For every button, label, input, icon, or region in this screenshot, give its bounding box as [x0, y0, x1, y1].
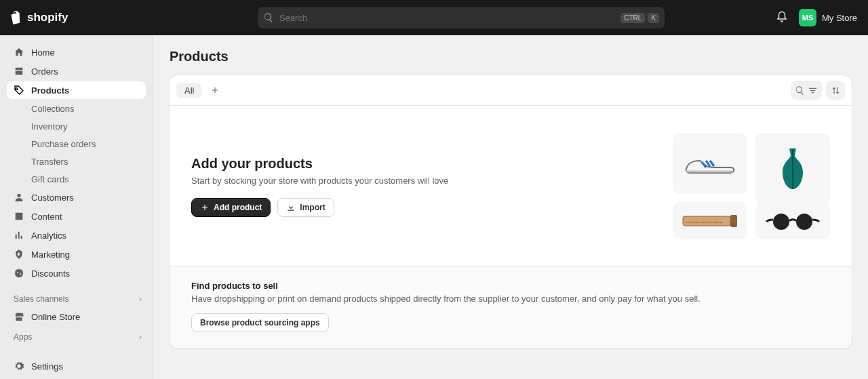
sidebar-sub-inventory[interactable]: Inventory [7, 118, 146, 135]
sidebar-item-label: Products [31, 85, 69, 96]
search-wrap: CTRL K [157, 7, 765, 28]
search-input[interactable] [279, 13, 615, 23]
store-icon [14, 311, 24, 322]
section-apps[interactable]: Apps › [0, 327, 153, 346]
card-header: All [170, 75, 852, 106]
store-menu[interactable]: MS My Store [799, 9, 857, 26]
search-box[interactable]: CTRL K [258, 7, 665, 28]
content-icon [14, 211, 24, 222]
browse-apps-button[interactable]: Browse product sourcing apps [191, 313, 329, 332]
import-button[interactable]: Import [277, 198, 334, 217]
sidebar-sub-gift-cards[interactable]: Gift cards [7, 171, 146, 188]
kbd-k: K [648, 13, 659, 23]
section-sales-channels[interactable]: Sales channels › [0, 289, 153, 308]
plus-icon [200, 203, 210, 212]
sidebar-item-customers[interactable]: Customers [7, 188, 146, 206]
sidebar-item-home[interactable]: Home [7, 43, 146, 61]
illus-vase [755, 133, 830, 204]
main-content: Products All [153, 35, 868, 379]
sidebar: Home Orders Products Collections Invento… [0, 35, 153, 379]
svg-rect-1 [730, 215, 737, 227]
discounts-icon [14, 268, 24, 279]
empty-subtext: Start by stocking your store with produc… [191, 176, 448, 186]
sort-icon [831, 85, 841, 96]
sidebar-item-discounts[interactable]: Discounts [7, 264, 146, 282]
sidebar-item-label: Customers [31, 193, 74, 203]
sidebar-item-label: Marketing [31, 250, 70, 260]
svg-rect-0 [683, 216, 730, 226]
gear-icon [14, 361, 24, 372]
download-icon [286, 203, 296, 212]
empty-state: Add your products Start by stocking your… [170, 106, 852, 266]
analytics-icon [14, 230, 24, 241]
add-view-button[interactable] [206, 81, 224, 99]
store-name: My Store [822, 13, 857, 23]
find-subtext: Have dropshipping or print on demand pro… [191, 294, 830, 304]
svg-point-3 [796, 214, 812, 230]
chevron-right-icon: › [139, 332, 142, 342]
sidebar-item-label: Online Store [31, 312, 80, 322]
marketing-icon [14, 249, 24, 260]
add-product-button[interactable]: Add product [191, 198, 271, 217]
sidebar-item-products[interactable]: Products [7, 81, 146, 99]
empty-heading: Add your products [191, 156, 448, 172]
illus-tube [673, 202, 747, 239]
sidebar-item-settings[interactable]: Settings [7, 357, 146, 375]
topbar-right: MS My Store [776, 9, 857, 26]
sidebar-item-label: Settings [31, 361, 63, 372]
sort-button[interactable] [826, 81, 845, 100]
svg-point-2 [773, 214, 789, 230]
brand-name: shopify [27, 11, 68, 24]
notifications-button[interactable] [776, 11, 788, 25]
find-heading: Find products to sell [191, 281, 830, 291]
sidebar-item-label: Orders [31, 66, 58, 77]
sidebar-item-orders[interactable]: Orders [7, 62, 146, 80]
illustration-grid [673, 133, 830, 239]
illus-sunglasses [755, 202, 830, 239]
sidebar-item-online-store[interactable]: Online Store [7, 308, 146, 325]
shopify-bag-icon [11, 11, 23, 24]
plus-icon [210, 85, 220, 95]
customers-icon [14, 192, 24, 203]
sidebar-item-label: Content [31, 212, 62, 222]
page-title: Products [170, 49, 852, 64]
home-icon [14, 47, 24, 58]
sidebar-item-analytics[interactable]: Analytics [7, 226, 146, 244]
search-icon [263, 12, 274, 23]
search-filter-button[interactable] [791, 81, 822, 100]
sidebar-sub-purchase-orders[interactable]: Purchase orders [7, 136, 146, 153]
chevron-right-icon: › [139, 294, 142, 304]
sidebar-sub-collections[interactable]: Collections [7, 100, 146, 117]
search-icon [795, 85, 805, 96]
sidebar-item-label: Home [31, 47, 55, 58]
sidebar-item-marketing[interactable]: Marketing [7, 245, 146, 263]
sidebar-item-content[interactable]: Content [7, 207, 146, 225]
tag-icon [14, 85, 24, 96]
topbar: shopify CTRL K MS My Store [0, 0, 868, 35]
filter-icon [808, 85, 818, 96]
kbd-hint: CTRL K [620, 13, 659, 23]
sidebar-item-label: Discounts [31, 268, 70, 279]
find-products-section: Find products to sell Have dropshipping … [170, 266, 852, 348]
illus-shoe [673, 133, 747, 194]
tab-all[interactable]: All [176, 83, 202, 98]
bell-icon [776, 11, 788, 23]
sidebar-item-label: Analytics [31, 231, 66, 241]
products-card: All Add your products [170, 75, 852, 348]
avatar: MS [799, 9, 816, 26]
orders-icon [14, 66, 24, 77]
sidebar-sub-transfers[interactable]: Transfers [7, 153, 146, 170]
brand-logo[interactable]: shopify [11, 11, 146, 24]
kbd-ctrl: CTRL [620, 13, 645, 23]
